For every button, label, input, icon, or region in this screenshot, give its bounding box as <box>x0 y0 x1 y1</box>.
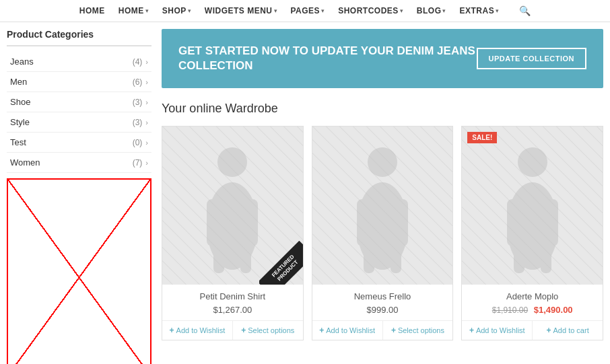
select-label-2: Select options <box>398 326 444 334</box>
price-original-3: $1,910.00 <box>492 305 528 315</box>
nav-pages[interactable]: PAGES <box>291 6 320 15</box>
category-count-test: (0) <box>133 138 143 147</box>
product-actions-1: + Add to Wishlist + Select options <box>162 320 303 340</box>
product-name-1: Petit Denim Shirt <box>168 291 298 301</box>
category-arrow-jeans: › <box>145 58 148 66</box>
product-info-1: Petit Denim Shirt $1,267.00 <box>162 285 303 315</box>
product-card-1: FEATUREDPRODUCT Petit Denim Shirt $1,267… <box>162 126 304 340</box>
banner-text: GET STARTED NOW TO UPDATE YOUR DENIM JEA… <box>178 44 477 73</box>
svg-rect-11 <box>391 243 401 273</box>
select-btn-1[interactable]: + Select options <box>233 321 303 340</box>
product-name-3: Aderte Moplo <box>467 291 597 301</box>
sidebar-item-men[interactable]: Men (6) › <box>7 72 151 92</box>
nav-blog[interactable]: BLOG <box>417 6 442 15</box>
price-sale-3: $1,490.00 <box>534 305 573 315</box>
svg-point-0 <box>217 147 247 177</box>
nav-home[interactable]: HOME <box>79 6 105 15</box>
svg-rect-14 <box>507 199 519 246</box>
update-collection-button[interactable]: UPDATE COLLECTION <box>477 48 586 69</box>
product-info-2: Nemeus Frello $999.00 <box>312 285 453 315</box>
category-name-shoe: Shoe <box>10 97 30 107</box>
sidebar-item-women[interactable]: Women (7) › <box>7 153 151 173</box>
nav-extras-arrow: ▾ <box>496 7 499 14</box>
category-name-jeans: Jeans <box>10 57 34 67</box>
sidebar: Product Categories Jeans (4) › Men (6) ›… <box>7 29 151 364</box>
svg-point-6 <box>368 147 397 177</box>
nav-shop[interactable]: SHOP <box>162 6 187 15</box>
product-actions-3: + Add to Wishlist + Add to cart <box>462 320 603 340</box>
category-name-style: Style <box>10 117 30 127</box>
plus-icon-select-1: + <box>241 326 246 335</box>
category-count-women: (7) <box>133 158 143 168</box>
product-price-3: $1,910.00 $1,490.00 <box>467 305 597 315</box>
category-name-men: Men <box>10 77 27 87</box>
search-icon[interactable]: 🔍 <box>519 5 531 16</box>
plus-icon-3: + <box>469 326 474 335</box>
nav-shortcodes-arrow: ▾ <box>400 7 403 14</box>
wishlist-label-2: Add to Wishlist <box>326 326 375 334</box>
category-arrow-test: › <box>145 139 148 147</box>
category-name-women: Women <box>10 157 40 168</box>
nav-pages-arrow: ▾ <box>321 7 325 14</box>
product-figure-svg-2 <box>342 139 423 273</box>
svg-rect-8 <box>357 199 369 246</box>
plus-icon-cart-3: + <box>547 326 551 335</box>
sidebar-item-test[interactable]: Test (0) › <box>7 133 151 153</box>
cart-btn-3[interactable]: + Add to cart <box>533 321 603 340</box>
wishlist-btn-2[interactable]: + Add to Wishlist <box>312 321 383 340</box>
sale-badge: SALE! <box>467 132 497 143</box>
nav-widgets-arrow: ▾ <box>274 7 277 14</box>
sidebar-title: Product Categories <box>7 29 151 46</box>
product-price-2: $999.00 <box>318 305 448 315</box>
product-image-1: FEATUREDPRODUCT <box>162 126 303 285</box>
svg-point-12 <box>518 147 547 177</box>
promo-banner: GET STARTED NOW TO UPDATE YOUR DENIM JEA… <box>162 29 603 88</box>
category-arrow-women: › <box>145 159 148 167</box>
sidebar-item-shoe[interactable]: Shoe (3) › <box>7 92 151 112</box>
nav-home2[interactable]: HOME <box>118 6 144 15</box>
top-navigation: HOME HOME ▾ SHOP ▾ WIDGETS MENU ▾ PAGES … <box>0 0 610 22</box>
nav-blog-arrow: ▾ <box>442 7 446 14</box>
products-grid: FEATUREDPRODUCT Petit Denim Shirt $1,267… <box>162 126 603 340</box>
select-label-1: Select options <box>248 326 294 334</box>
wishlist-btn-3[interactable]: + Add to Wishlist <box>462 321 533 340</box>
svg-rect-4 <box>213 243 224 273</box>
product-card-3: SALE! Aderte Moplo <box>461 126 603 340</box>
product-card-2: Nemeus Frello $999.00 + Add to Wishlist … <box>312 126 454 340</box>
svg-rect-5 <box>240 243 251 273</box>
svg-rect-9 <box>396 199 408 246</box>
right-content: GET STARTED NOW TO UPDATE YOUR DENIM JEA… <box>162 29 603 364</box>
sidebar-placeholder-image <box>7 178 151 364</box>
nav-extras[interactable]: EXTRAS <box>459 6 494 15</box>
cart-label-3: Add to cart <box>553 326 589 334</box>
main-layout: Product Categories Jeans (4) › Men (6) ›… <box>0 22 610 364</box>
svg-rect-16 <box>514 243 524 273</box>
sidebar-item-jeans[interactable]: Jeans (4) › <box>7 52 151 72</box>
category-count-jeans: (4) <box>133 57 143 67</box>
nav-widgets-menu[interactable]: WIDGETS MENU <box>205 6 273 15</box>
product-actions-2: + Add to Wishlist + Select options <box>312 320 453 340</box>
product-image-2 <box>312 126 453 285</box>
category-arrow-shoe: › <box>145 98 148 106</box>
product-price-1: $1,267.00 <box>168 305 298 315</box>
category-arrow-style: › <box>145 118 148 126</box>
plus-icon-select-2: + <box>391 326 396 335</box>
svg-rect-2 <box>207 199 219 246</box>
category-count-shoe: (3) <box>133 98 143 107</box>
product-image-3: SALE! <box>462 126 603 285</box>
plus-icon-1: + <box>170 326 174 335</box>
section-title: Your online Wardrobe <box>162 102 603 116</box>
category-count-men: (6) <box>133 77 143 87</box>
category-arrow-men: › <box>145 78 148 86</box>
wishlist-label-1: Add to Wishlist <box>176 326 226 334</box>
product-name-2: Nemeus Frello <box>318 291 448 301</box>
plus-icon-2: + <box>319 326 324 335</box>
wishlist-btn-1[interactable]: + Add to Wishlist <box>162 321 233 340</box>
select-btn-2[interactable]: + Select options <box>383 321 453 340</box>
category-count-style: (3) <box>133 118 143 127</box>
svg-rect-15 <box>546 199 558 246</box>
nav-shop-arrow: ▾ <box>188 7 191 14</box>
sidebar-item-style[interactable]: Style (3) › <box>7 112 151 133</box>
nav-shortcodes[interactable]: SHORTCODES <box>338 6 399 15</box>
wishlist-label-3: Add to Wishlist <box>476 326 525 334</box>
